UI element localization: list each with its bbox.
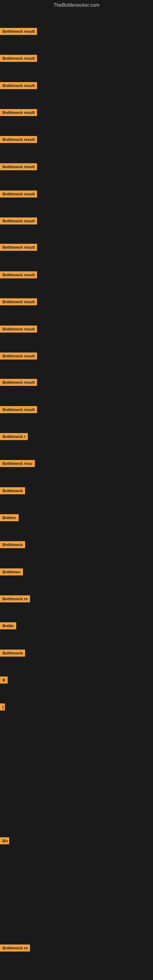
bottleneck-item-16[interactable]: Bottleneck r [0,433,28,441]
bottleneck-item-26[interactable]: | [0,703,5,712]
bottleneck-item-23[interactable]: Bottle [0,622,16,630]
bottleneck-item-7[interactable]: Bottleneck result [0,191,37,199]
bottleneck-item-11[interactable]: Bottleneck result [0,298,37,307]
bottleneck-badge-17: Bottleneck resu [0,460,35,467]
bottleneck-item-4[interactable]: Bottleneck result [0,109,37,117]
bottleneck-badge-14: Bottleneck result [0,379,37,386]
bottleneck-badge-20: Bottleneck [0,541,25,548]
bottleneck-item-13[interactable]: Bottleneck result [0,353,37,361]
bottleneck-badge-24: Bottleneck [0,649,25,657]
bottleneck-badge-3: Bottleneck result [0,82,37,89]
bottleneck-item-22[interactable]: Bottleneck re [0,595,30,604]
bottleneck-badge-13: Bottleneck result [0,353,37,360]
bottleneck-badge-5: Bottleneck result [0,136,37,143]
bottleneck-item-1[interactable]: Bottleneck result [0,28,37,36]
bottleneck-item-9[interactable]: Bottleneck result [0,244,37,252]
bottleneck-badge-2: Bottleneck result [0,55,37,62]
bottleneck-badge-12: Bottleneck result [0,326,37,332]
bottleneck-item-17[interactable]: Bottleneck resu [0,460,35,468]
bottleneck-item-12[interactable]: Bottleneck result [0,326,37,334]
bottleneck-item-5[interactable]: Bottleneck result [0,136,37,144]
bottleneck-badge-7: Bottleneck result [0,191,37,197]
bottleneck-badge-4: Bottleneck result [0,109,37,116]
bottleneck-badge-25: B [0,676,8,684]
bottleneck-badge-10: Bottleneck result [0,271,37,278]
bottleneck-badge-9: Bottleneck result [0,244,37,251]
bottleneck-item-28[interactable]: Bottleneck re [0,945,30,953]
site-title: TheBottlenecker.com [0,0,153,10]
bottleneck-badge-1: Bottleneck result [0,28,37,35]
bottleneck-badge-6: Bottleneck result [0,163,37,170]
bottleneck-badge-16: Bottleneck r [0,433,28,440]
bottleneck-item-15[interactable]: Bottleneck result [0,406,37,414]
bottleneck-item-25[interactable]: B [0,676,8,685]
bottleneck-badge-27: Bo [0,837,9,844]
bottleneck-item-18[interactable]: Bottleneck [0,487,25,495]
bottleneck-item-8[interactable]: Bottleneck result [0,218,37,226]
bottleneck-item-27[interactable]: Bo [0,837,9,846]
bottleneck-badge-18: Bottleneck [0,487,25,494]
bottleneck-item-14[interactable]: Bottleneck result [0,379,37,387]
bottleneck-badge-22: Bottleneck re [0,595,30,602]
bottleneck-item-21[interactable]: Bottlenec [0,568,23,577]
bottleneck-badge-23: Bottle [0,622,16,629]
bottleneck-badge-26: | [0,703,5,711]
bottleneck-item-20[interactable]: Bottleneck [0,541,25,549]
bottleneck-item-19[interactable]: Bottlen [0,514,19,522]
bottleneck-item-10[interactable]: Bottleneck result [0,271,37,280]
bottleneck-badge-21: Bottlenec [0,568,23,576]
bottleneck-item-3[interactable]: Bottleneck result [0,82,37,90]
bottleneck-item-2[interactable]: Bottleneck result [0,55,37,63]
bottleneck-badge-19: Bottlen [0,514,19,521]
bottleneck-badge-15: Bottleneck result [0,406,37,413]
bottleneck-badge-11: Bottleneck result [0,298,37,305]
bottleneck-badge-8: Bottleneck result [0,218,37,224]
bottleneck-item-6[interactable]: Bottleneck result [0,163,37,172]
bottleneck-item-24[interactable]: Bottleneck [0,649,25,658]
bottleneck-badge-28: Bottleneck re [0,945,30,951]
